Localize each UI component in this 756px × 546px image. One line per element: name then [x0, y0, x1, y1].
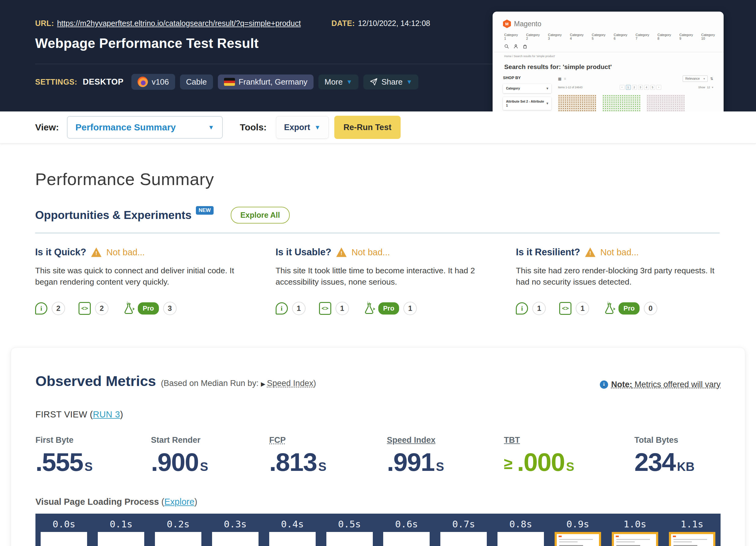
opportunity-cards: Is it Quick? ! Not bad... This site was …	[35, 247, 720, 315]
share-button[interactable]: Share▼	[363, 75, 418, 90]
tools-label: Tools:	[240, 122, 267, 133]
preview-nav-item: Category 9	[679, 33, 693, 40]
preview-shopby-label: SHOP BY	[503, 75, 551, 80]
frame-thumbnail	[41, 532, 87, 546]
opportunities-title: Opportunities & Experiments	[35, 209, 192, 222]
code-icon[interactable]: <>	[559, 302, 571, 315]
frame-time: 0.1s	[110, 518, 133, 530]
preview-page: 3	[638, 85, 643, 90]
preview-nav-item: Category 3	[548, 33, 562, 40]
preview-nav-item: Category 7	[636, 33, 649, 40]
info-count[interactable]: 1	[532, 302, 546, 315]
metric-label: First Byte	[35, 435, 151, 445]
grid-view-icon: ▦	[558, 77, 561, 81]
list-view-icon: ≡	[564, 77, 566, 81]
frame-thumbnail	[212, 532, 259, 546]
filmstrip-frame[interactable]: 0.2s	[150, 518, 207, 546]
filmstrip-frame[interactable]: 0.1s	[93, 518, 150, 546]
export-button[interactable]: Export ▼	[276, 116, 329, 139]
preview-icon-row	[504, 44, 713, 49]
code-icon[interactable]: <>	[319, 302, 331, 315]
more-button[interactable]: More▼	[318, 75, 358, 90]
metric-label[interactable]: Speed Index	[387, 435, 504, 445]
experiment-count[interactable]: 0	[644, 302, 657, 315]
filmstrip-frame[interactable]: 1.1s	[663, 518, 721, 546]
preview-page: ‹	[620, 85, 625, 90]
code-count[interactable]: 1	[576, 302, 589, 315]
account-icon	[513, 44, 518, 49]
metrics-grid: First Byte .555S Start Render .900S FCP …	[35, 435, 721, 475]
view-tools-toolbar: View: Performance Summary ▼ Tools: Expor…	[0, 112, 756, 144]
filmstrip-frame[interactable]: 0.6s	[378, 518, 435, 546]
median-metric-link[interactable]: Speed Index	[267, 379, 314, 388]
location-badge[interactable]: Frankfurt, Germany	[218, 75, 314, 90]
filmstrip-frame[interactable]: 0.7s	[435, 518, 492, 546]
preview-page: ›	[656, 85, 661, 90]
preview-show-value: 12	[707, 86, 710, 89]
preview-filter: Category▾	[503, 84, 551, 93]
metric-label[interactable]: TBT	[504, 435, 634, 445]
pro-badge: Pro	[138, 302, 159, 314]
chevron-down-icon: ▼	[314, 124, 321, 131]
explore-link[interactable]: Explore	[164, 497, 194, 507]
filmstrip-frame[interactable]: 0.5s	[321, 518, 378, 546]
opportunity-card: Is it Usable? ! Not bad... This site It …	[276, 247, 479, 315]
experiment-flask-icon[interactable]	[603, 301, 616, 315]
frame-time: 0.3s	[224, 518, 247, 530]
preview-items-count: Items 1-12 of 24643	[558, 86, 582, 89]
preview-nav-item: Category 2	[526, 33, 540, 40]
device-type: DESKTOP	[83, 77, 124, 87]
metric: First Byte .555S	[35, 435, 151, 475]
filmstrip-frame[interactable]: 1.0s	[606, 518, 663, 546]
experiment-flask-icon[interactable]	[362, 301, 376, 315]
run-link[interactable]: RUN 3	[93, 409, 120, 419]
filmstrip-frame[interactable]: 0.9s	[549, 518, 606, 546]
experiment-count[interactable]: 3	[163, 302, 177, 315]
explore-all-button[interactable]: Explore All	[231, 207, 290, 224]
observed-metrics-card: Observed Metrics (Based on Median Run by…	[11, 347, 745, 546]
opportunity-card: Is it Quick? ! Not bad... This site was …	[35, 247, 239, 315]
connection-badge[interactable]: Cable	[180, 75, 213, 90]
info-bubble-icon[interactable]: i	[516, 302, 528, 314]
info-count[interactable]: 1	[292, 302, 306, 315]
filmstrip-frame[interactable]: 0.8s	[492, 518, 549, 546]
opportunity-card: Is it Resilient? ! Not bad... This site …	[516, 247, 720, 315]
code-count[interactable]: 1	[336, 302, 349, 315]
frame-time: 0.7s	[452, 518, 475, 530]
experiment-count[interactable]: 1	[403, 302, 417, 315]
info-count[interactable]: 2	[52, 302, 65, 315]
preview-show-label: Show	[698, 86, 705, 89]
card-description: This site was quick to connect and deliv…	[35, 265, 237, 287]
browser-badge[interactable]: v106	[131, 74, 175, 90]
rerun-test-button[interactable]: Re-Run Test	[334, 116, 401, 139]
card-verdict: Not bad...	[600, 247, 639, 258]
frame-time: 1.0s	[623, 518, 646, 530]
card-question: Is it Resilient?	[516, 247, 580, 258]
experiment-flask-icon[interactable]	[122, 301, 135, 315]
metric-value: .555S	[35, 449, 151, 475]
preview-page: 2	[632, 85, 637, 90]
metric: FCP .813S	[269, 435, 387, 475]
filmstrip-frame[interactable]: 0.3s	[207, 518, 264, 546]
preview-heading: Search results for: 'simple product'	[504, 63, 713, 71]
new-badge: NEW	[196, 206, 214, 215]
card-verdict: Not bad...	[351, 247, 390, 258]
preview-page: 4	[644, 85, 649, 90]
view-select[interactable]: Performance Summary ▼	[67, 116, 223, 139]
info-bubble-icon[interactable]: i	[276, 302, 288, 314]
metric: Total Bytes 234KB	[634, 435, 721, 475]
metrics-note[interactable]: i Note: Metrics offered will vary	[600, 380, 721, 389]
code-icon[interactable]: <>	[79, 302, 91, 315]
info-bubble-icon[interactable]: i	[35, 302, 47, 314]
filmstrip-frame[interactable]: 0.4s	[264, 518, 321, 546]
preview-nav-item: Category 5	[592, 33, 606, 40]
filmstrip-frame[interactable]: 0.0s	[35, 518, 93, 546]
tested-url-link[interactable]: https://m2hyvaperftest.eltrino.io/catalo…	[57, 19, 301, 28]
paper-plane-icon	[369, 78, 378, 86]
url-label: URL:	[35, 19, 54, 28]
metric-label[interactable]: FCP	[269, 435, 387, 445]
card-description: This site had zero render-blocking 3rd p…	[516, 265, 717, 287]
code-count[interactable]: 2	[95, 302, 108, 315]
frame-time: 0.0s	[53, 518, 75, 530]
page-screenshot-thumbnail[interactable]: M Magento Category 1Category 2Category 3…	[493, 12, 724, 128]
